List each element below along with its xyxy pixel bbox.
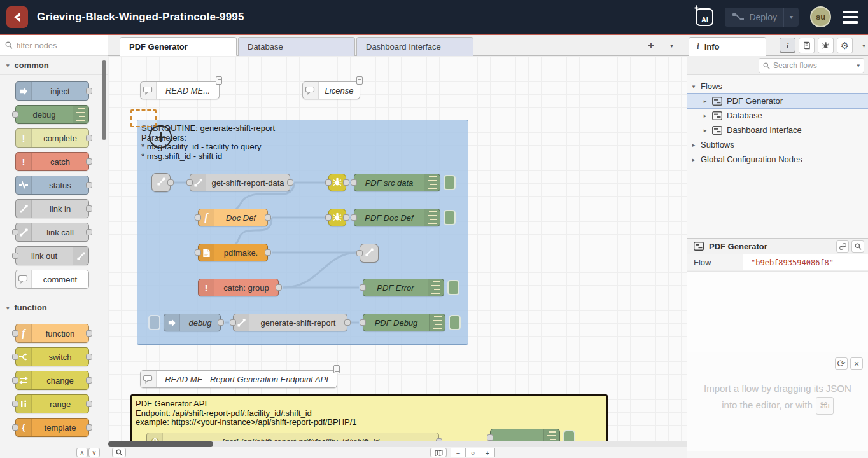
output-port[interactable] [86,88,92,94]
tree-item-database[interactable]: ▸Database [687,108,868,123]
pdf-src-data-node[interactable]: PDF src data [354,174,440,191]
zoom-reset-button[interactable]: ○ [465,448,480,457]
close-panel-button[interactable]: × [850,357,863,370]
refresh-button[interactable]: ⟳ [835,357,848,370]
output-port[interactable] [86,330,92,337]
doc-def-node[interactable]: fDoc Def [198,209,268,226]
sidebar-debug-button[interactable] [818,38,834,53]
output-port[interactable] [86,401,92,407]
palette-node-range[interactable]: range [15,394,89,413]
junction-bug-1[interactable] [328,174,346,191]
sidebar-info-button[interactable]: i [780,38,795,53]
inject-button[interactable] [148,315,160,330]
debug-toggle-button[interactable] [449,315,461,330]
input-port[interactable] [195,214,201,221]
chevron-right-icon[interactable]: ▸ [691,142,696,148]
pdf-error-node[interactable]: PDF Error [363,279,444,296]
deploy-options-caret[interactable]: ▾ [783,8,799,27]
canvas-search-button[interactable] [112,448,126,457]
chevron-right-icon[interactable]: ▸ [691,156,696,163]
palette-node-status[interactable]: status [15,176,89,195]
flow-canvas[interactable]: SUBROUTINE: generate-shift-report Parame… [108,56,687,447]
palette-node-catch[interactable]: !catch [15,152,89,171]
palette-node-switch[interactable]: switch [15,347,89,366]
output-port[interactable] [276,284,282,291]
chevron-down-icon[interactable]: ▾ [691,83,696,90]
output-port[interactable] [86,205,92,212]
input-port[interactable] [195,249,201,256]
chevron-right-icon[interactable]: ▸ [703,113,708,119]
palette-filter[interactable] [0,35,108,56]
input-port[interactable] [487,434,493,441]
sidebar-tab-info[interactable]: i info [689,37,766,56]
add-flow-button[interactable]: + [648,39,654,52]
ai-assistant-button[interactable]: AI [696,8,713,26]
input-port[interactable] [360,319,366,326]
deploy-button[interactable]: Deploy ▾ [725,8,799,27]
input-port[interactable] [12,111,18,118]
output-port[interactable] [344,319,351,326]
focus-search-button[interactable] [851,240,864,253]
generate-shift-report-node[interactable]: generate-shift-report [233,314,347,331]
output-port[interactable] [218,319,224,326]
output-port[interactable] [265,214,271,221]
tree-item-flows[interactable]: ▾Flows [687,79,868,94]
chevron-right-icon[interactable]: ▸ [703,127,708,134]
input-port[interactable] [12,330,18,337]
output-port[interactable] [86,377,92,384]
main-menu-button[interactable] [843,11,858,24]
pdf-debug-node[interactable]: PDF Debug [363,314,445,331]
search-flows-box[interactable]: ▾ [759,58,864,73]
sidebar-collapse-caret[interactable]: ▾ [862,42,865,49]
output-port[interactable] [343,179,349,186]
comment-read-me[interactable]: READ ME... [140,81,220,99]
search-flows-input[interactable] [773,61,853,70]
navigator-button[interactable] [430,448,447,457]
output-port[interactable] [343,214,349,221]
junction-bug-2[interactable] [328,209,346,226]
input-port[interactable] [230,319,236,326]
sidebar-help-button[interactable] [799,38,815,53]
flow-list-caret[interactable]: ▾ [670,42,673,49]
link-in-node[interactable] [151,173,171,192]
subroutine-group[interactable]: SUBROUTINE: generate-shift-report Parame… [137,120,468,345]
sidebar-config-button[interactable]: ⚙ [837,38,853,53]
palette-node-link-in[interactable]: link in [15,199,89,218]
input-port[interactable] [351,179,357,186]
pdfmake-node[interactable]: pdfmake. [198,244,268,261]
debug-toggle-button[interactable] [444,175,456,190]
input-port[interactable] [12,401,18,407]
palette-node-comment[interactable]: comment [15,270,89,289]
palette-section-function[interactable]: ▾function [0,298,108,317]
palette-node-complete[interactable]: !complete [15,128,89,148]
output-port[interactable] [265,249,271,256]
tab-dashboard-interface[interactable]: Dashboard Interface [356,37,473,56]
tree-item-pdf-generator[interactable]: ▸PDF Generator [687,94,868,108]
palette-scroll-down-button[interactable]: ∨ [88,448,100,457]
output-port[interactable] [86,354,92,360]
debug-toggle-button[interactable] [444,210,456,225]
tab-database[interactable]: Database [238,37,355,56]
inject-debug-node[interactable]: debug [164,314,221,331]
search-options-caret[interactable]: ▾ [857,62,860,69]
canvas-hscroll-track[interactable] [108,441,687,447]
input-port[interactable] [12,424,18,431]
app-logo-icon[interactable] [6,6,28,28]
debug-toggle-button[interactable] [447,280,459,295]
input-port[interactable] [351,214,357,221]
input-port[interactable] [12,253,18,259]
link-out-node[interactable] [360,244,379,263]
tree-item-dashboard-interface[interactable]: ▸Dashboard Interface [687,123,868,137]
palette-section-common[interactable]: ▾common [0,56,108,75]
canvas-hscroll-thumb[interactable] [108,441,213,447]
output-port[interactable] [167,179,174,186]
palette-node-link-out[interactable]: link out [15,246,89,265]
input-port[interactable] [186,179,193,186]
comment-license[interactable]: License [302,81,360,99]
catch-group-node[interactable]: !catch: group [198,279,279,296]
output-port[interactable] [86,424,92,431]
zoom-in-button[interactable]: + [480,448,495,457]
palette-node-inject[interactable]: inject [15,81,89,101]
output-port[interactable] [86,135,92,141]
input-port[interactable] [360,284,366,291]
